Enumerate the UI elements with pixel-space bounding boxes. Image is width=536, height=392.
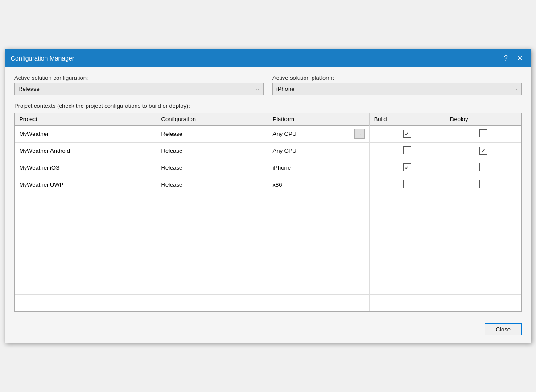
cell-deploy[interactable] (445, 176, 521, 193)
col-header-project: Project (15, 113, 157, 126)
cell-configuration: Release (157, 125, 268, 142)
deploy-checkbox[interactable] (479, 129, 487, 137)
cell-build[interactable] (369, 176, 445, 193)
projects-table: Project Configuration Platform Build Dep… (15, 113, 521, 312)
table-row: MyWeather.iOSReleaseiPhone✓ (15, 159, 521, 176)
dialog-footer: Close (5, 319, 531, 343)
configuration-manager-dialog: Configuration Manager ? ✕ Active solutio… (5, 49, 531, 343)
solution-config-arrow-icon: ⌄ (256, 86, 260, 92)
project-contexts-label: Project contexts (check the project conf… (14, 102, 522, 109)
build-checkbox[interactable] (403, 180, 411, 188)
table-row: MyWeather.UWPReleasex86 (15, 176, 521, 193)
cell-platform: Any CPU (268, 142, 369, 159)
table-empty-row (15, 278, 521, 294)
solution-config-label: Active solution configuration: (14, 74, 264, 81)
cell-build[interactable]: ✓ (369, 159, 445, 176)
col-header-platform: Platform (268, 113, 369, 126)
solution-platform-value: iPhone (276, 86, 294, 92)
cell-build[interactable] (369, 142, 445, 159)
table-empty-row (15, 294, 521, 311)
close-window-button[interactable]: ✕ (514, 54, 525, 63)
table-empty-row (15, 227, 521, 244)
dialog-title: Configuration Manager (11, 55, 74, 62)
table-empty-row (15, 261, 521, 278)
deploy-checkbox[interactable] (479, 180, 487, 188)
dialog-body: Active solution configuration: Release ⌄… (5, 67, 531, 319)
cell-deploy[interactable]: ✓ (445, 142, 521, 159)
col-header-deploy: Deploy (445, 113, 521, 126)
table-row: MyWeatherReleaseAny CPU⌄✓ (15, 125, 521, 142)
title-bar: Configuration Manager ? ✕ (5, 49, 531, 67)
solution-platform-arrow-icon: ⌄ (514, 86, 518, 92)
cell-deploy[interactable] (445, 125, 521, 142)
col-header-build: Build (369, 113, 445, 126)
cell-project: MyWeather (15, 125, 157, 142)
solution-config-value: Release (18, 86, 40, 92)
solution-platform-label: Active solution platform: (272, 74, 522, 81)
platform-text: Any CPU (272, 131, 296, 137)
cell-platform: iPhone (268, 159, 369, 176)
cell-platform: x86 (268, 176, 369, 193)
projects-table-wrapper: Project Configuration Platform Build Dep… (14, 113, 522, 312)
title-bar-controls: ? ✕ (501, 54, 525, 63)
close-button[interactable]: Close (485, 323, 522, 335)
table-empty-row (15, 210, 521, 227)
table-empty-row (15, 244, 521, 261)
platform-cell-wrap: Any CPU⌄ (272, 129, 364, 139)
table-row: MyWeather.AndroidReleaseAny CPU✓ (15, 142, 521, 159)
cell-project: MyWeather.iOS (15, 159, 157, 176)
solution-config-group: Active solution configuration: Release ⌄ (14, 74, 264, 95)
cell-configuration: Release (157, 176, 268, 193)
solution-config-dropdown[interactable]: Release ⌄ (14, 83, 264, 95)
build-checkbox[interactable]: ✓ (403, 163, 411, 172)
table-header-row: Project Configuration Platform Build Dep… (15, 113, 521, 126)
cell-project: MyWeather.UWP (15, 176, 157, 193)
build-checkbox[interactable] (403, 146, 411, 154)
cell-deploy[interactable] (445, 159, 521, 176)
cell-configuration: Release (157, 142, 268, 159)
table-empty-row (15, 193, 521, 210)
deploy-checkbox[interactable]: ✓ (479, 147, 487, 155)
help-button[interactable]: ? (501, 54, 511, 63)
solution-row: Active solution configuration: Release ⌄… (14, 74, 522, 95)
platform-dropdown-button[interactable]: ⌄ (354, 129, 365, 139)
build-checkbox[interactable]: ✓ (403, 130, 411, 138)
col-header-configuration: Configuration (157, 113, 268, 126)
cell-platform[interactable]: Any CPU⌄ (268, 125, 369, 142)
cell-project: MyWeather.Android (15, 142, 157, 159)
cell-build[interactable]: ✓ (369, 125, 445, 142)
solution-platform-dropdown[interactable]: iPhone ⌄ (272, 83, 522, 95)
cell-configuration: Release (157, 159, 268, 176)
deploy-checkbox[interactable] (479, 163, 487, 171)
solution-platform-group: Active solution platform: iPhone ⌄ (272, 74, 522, 95)
